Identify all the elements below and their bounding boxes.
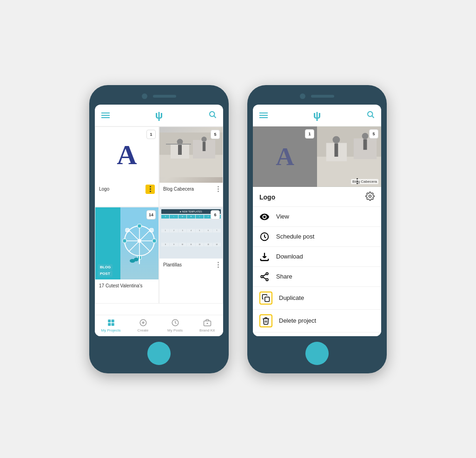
logo-icon: ψ: [155, 109, 163, 121]
svg-rect-45: [364, 139, 367, 150]
menu-item-schedule-post[interactable]: Schedule post: [253, 227, 381, 247]
nav-item-my-projects[interactable]: My Projects: [95, 318, 127, 332]
svg-point-15: [138, 239, 141, 243]
svg-point-44: [362, 133, 369, 139]
hamburger-icon[interactable]: [101, 113, 110, 118]
thumb-right-count: 5: [369, 129, 378, 139]
brand-kit-icon: [203, 318, 212, 327]
phone-1-header: ψ: [95, 105, 223, 126]
trash-icon-container: [259, 314, 272, 327]
ferris-wheel-svg: [121, 220, 158, 266]
blog-post-label: BLOG: [98, 264, 112, 270]
svg-point-24: [134, 258, 139, 261]
schedule-clock-icon: [259, 232, 270, 242]
plantillas-count-badge: 6: [211, 210, 220, 219]
nav-item-my-posts[interactable]: My Posts: [159, 318, 191, 332]
phone-1-screen: ψ A 1 Logo: [95, 105, 223, 336]
create-icon: [139, 318, 148, 327]
project-item-logo[interactable]: A 1 Logo: [95, 126, 159, 207]
menu-item-share[interactable]: Share: [253, 267, 381, 287]
phone-2-speaker: [311, 95, 334, 98]
svg-line-1: [214, 116, 216, 118]
my-posts-icon: [171, 318, 180, 327]
menu-item-download[interactable]: Download: [253, 247, 381, 267]
phone-2-header: ψ: [253, 105, 381, 126]
menu-item-delete-project[interactable]: Delete project: [253, 310, 381, 332]
thumb-right-more-button[interactable]: [357, 178, 358, 184]
svg-rect-26: [111, 319, 114, 322]
svg-rect-27: [108, 323, 111, 325]
delete-project-label: Delete project: [279, 317, 316, 324]
phone-1-top: [95, 93, 223, 99]
plantillas-more-button[interactable]: [218, 262, 219, 268]
phone-1-camera: [142, 93, 147, 99]
blog-cabecera-more-button[interactable]: [218, 186, 219, 192]
logo-label-row: Logo: [95, 183, 159, 196]
brand-kit-label: Brand Kit: [199, 328, 215, 332]
thumb-right-label: Blog Cabecera: [351, 179, 378, 184]
svg-rect-28: [111, 323, 114, 325]
project-item-plantillas[interactable]: ★ NEW TEMPLATES: D L M M J V S 1: [159, 207, 223, 304]
svg-rect-19: [123, 239, 126, 243]
my-projects-label: My Projects: [101, 328, 121, 332]
phone-1-bottom: [147, 342, 171, 365]
menu-item-duplicate[interactable]: Duplicate: [253, 287, 381, 310]
create-label: Create: [137, 328, 148, 332]
phone-2-screen: ψ A 1: [253, 105, 381, 336]
project-item-blog-cabecera[interactable]: 5 Blog Cabecera: [159, 126, 223, 207]
app-container: ψ A 1 Logo: [0, 76, 476, 383]
plantillas-label: Plantillas: [163, 262, 182, 267]
svg-rect-7: [178, 145, 182, 155]
logo-label: Logo: [99, 186, 109, 192]
letter-a-thumb: A: [117, 141, 137, 169]
phone-1-home-button[interactable]: [147, 342, 171, 365]
my-projects-icon: [106, 318, 116, 327]
svg-point-48: [266, 272, 268, 275]
phone-2-home-button[interactable]: [305, 342, 329, 365]
menu-list: Logo View: [253, 187, 381, 336]
nav-item-brand-kit[interactable]: Brand Kit: [191, 318, 223, 332]
svg-point-46: [369, 195, 371, 197]
svg-rect-20: [126, 228, 129, 232]
plantillas-label-row: Plantillas: [159, 259, 223, 272]
blog-cabecera-label: Blog Cabecera: [163, 186, 194, 192]
blog-cabecera-label-row: Blog Cabecera: [159, 183, 223, 196]
phone-2-camera: [300, 93, 305, 99]
logo-more-button[interactable]: [145, 185, 155, 194]
thumb-left: A 1: [253, 126, 317, 187]
phone-2: ψ A 1: [247, 85, 387, 373]
svg-point-50: [266, 279, 268, 281]
phone-2-search-icon[interactable]: [366, 110, 375, 120]
svg-point-6: [177, 139, 183, 145]
phone-2-hamburger-icon[interactable]: [259, 113, 268, 118]
bottom-nav: My Projects Create: [95, 315, 223, 336]
menu-item-view[interactable]: View: [253, 207, 381, 227]
blog-post-caption: 17 Cutest Valentina's: [99, 283, 142, 288]
blog-post-label-row: 17 Cutest Valentina's: [95, 279, 159, 292]
share-label: Share: [276, 273, 292, 280]
svg-point-0: [210, 112, 215, 117]
svg-rect-9: [203, 142, 205, 151]
view-label: View: [276, 213, 289, 220]
svg-line-37: [372, 116, 374, 118]
project-item-blog-post[interactable]: BLOG POST 14 17 Cutest Valentina's: [95, 207, 159, 304]
eye-icon: [259, 212, 270, 222]
phone-2-logo-icon: ψ: [313, 109, 321, 121]
svg-rect-17: [152, 239, 156, 243]
svg-line-51: [263, 274, 266, 276]
blog-post-count-badge: 14: [146, 210, 156, 219]
svg-rect-21: [150, 228, 153, 232]
settings-gear-icon[interactable]: [365, 192, 375, 203]
menu-title-row: Logo: [253, 187, 381, 207]
phone-2-bottom: [305, 342, 329, 365]
svg-point-36: [368, 112, 373, 117]
svg-rect-16: [138, 224, 141, 228]
svg-point-42: [333, 136, 340, 143]
blog-post-label2: POST: [98, 271, 112, 277]
svg-rect-25: [108, 319, 111, 322]
svg-point-8: [201, 136, 206, 141]
phone-1: ψ A 1 Logo: [89, 85, 229, 373]
nav-item-create[interactable]: Create: [127, 318, 159, 332]
search-icon[interactable]: [208, 110, 217, 120]
thumbnail-area: A 1 5 Blog Cabece: [253, 126, 381, 187]
